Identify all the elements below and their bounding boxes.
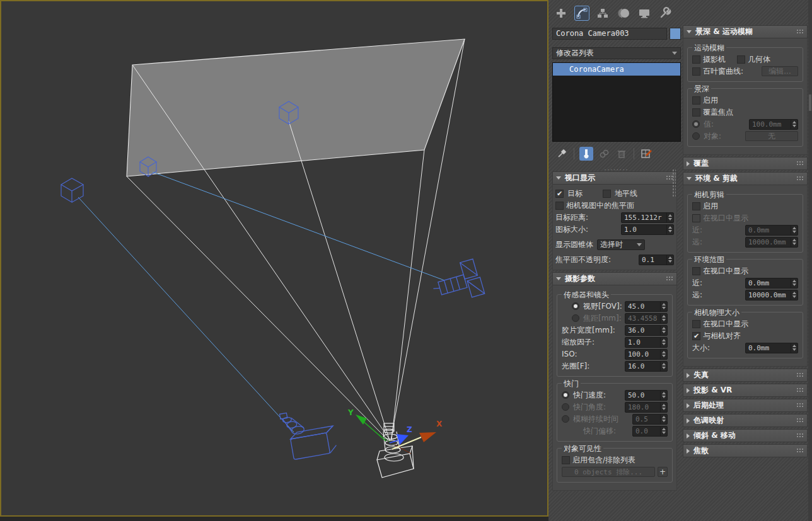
add-exclude-button[interactable]: + bbox=[658, 467, 668, 477]
target-distance-field[interactable]: 155.1212r bbox=[621, 212, 674, 223]
spinner[interactable] bbox=[791, 343, 798, 353]
fstop-field[interactable]: 16.0 bbox=[625, 361, 668, 372]
object-color-swatch[interactable] bbox=[670, 28, 681, 40]
physical-size-field[interactable]: 0.0mm bbox=[745, 343, 798, 353]
scrollbar-thumb[interactable] bbox=[809, 94, 811, 111]
show-end-result-button[interactable] bbox=[579, 147, 593, 161]
show-cone-dropdown[interactable]: 选择时 bbox=[597, 239, 645, 250]
checkbox-include-exclude[interactable] bbox=[562, 456, 570, 464]
checkbox-target[interactable]: ✔ bbox=[555, 190, 564, 198]
film-width-field[interactable]: 36.0 bbox=[625, 325, 668, 336]
rollout-header-post-processing[interactable]: 后期处理 bbox=[683, 399, 808, 412]
checkbox-clip-enable[interactable] bbox=[692, 202, 700, 210]
collapse-arrow-icon bbox=[687, 30, 692, 33]
radio-shutter-angle[interactable] bbox=[562, 403, 569, 411]
tab-utilities[interactable] bbox=[658, 6, 673, 21]
rollout-header-env-clipping[interactable]: 环境 & 剪裁 bbox=[683, 172, 808, 185]
stack-item-coronacamera[interactable]: CoronaCamera bbox=[553, 63, 680, 76]
spinner[interactable] bbox=[660, 326, 667, 335]
axis-label-y: Y bbox=[347, 408, 354, 417]
rollout-viewport-display: 视口显示 ✔ 目标 地平线 相机视图中的焦平面 目标距离: bbox=[552, 171, 677, 270]
modifier-list-dropdown[interactable]: 修改器列表 bbox=[552, 47, 681, 59]
spinner bbox=[660, 314, 667, 323]
camera-object[interactable] bbox=[429, 258, 485, 307]
group-shutter: 快门 快门速度: 50.0 快门角度: 180.0 bbox=[557, 383, 673, 442]
tab-modify[interactable] bbox=[574, 6, 589, 21]
left-column-scroll-indicator[interactable] bbox=[672, 169, 676, 198]
focus-object-button: 无 bbox=[745, 131, 798, 141]
pin-stack-button[interactable] bbox=[555, 147, 569, 161]
spinner[interactable] bbox=[666, 225, 673, 234]
checkbox-override-focus[interactable] bbox=[692, 108, 700, 117]
rollout-header-projection-vr[interactable]: 投影 & VR bbox=[683, 384, 808, 397]
spinner[interactable] bbox=[791, 278, 798, 288]
tab-create[interactable] bbox=[554, 6, 569, 21]
spinner[interactable] bbox=[666, 255, 673, 265]
focal-field: 43.4558 bbox=[625, 313, 668, 324]
checkbox-shutter-curve[interactable] bbox=[692, 67, 700, 76]
group-camera-physical-size: 相机物理大小 在视口中显示 ✔ 与相机对齐 大小: 0.0mm bbox=[687, 312, 803, 358]
rollout-header-viewport-display[interactable]: 视口显示 bbox=[552, 171, 677, 185]
radio-fov[interactable] bbox=[572, 302, 579, 310]
spinner bbox=[660, 403, 667, 412]
group-camera-clipping: 相机剪辑 启用 在视口中显示 近: 0.0mm bbox=[687, 194, 803, 253]
checkbox-focus-plane[interactable] bbox=[555, 202, 564, 210]
rollout-column-right: 景深 & 运动模糊 运动模糊 摄影机 几何体 百叶窗曲线: bbox=[683, 25, 808, 459]
viewport[interactable]: Y Z X bbox=[0, 0, 548, 517]
tab-motion[interactable] bbox=[616, 6, 631, 21]
drag-handle-icon bbox=[796, 161, 804, 166]
fov-field[interactable]: 45.0 bbox=[625, 301, 668, 312]
configure-modifier-sets-button[interactable] bbox=[639, 147, 653, 161]
spinner[interactable] bbox=[660, 362, 667, 371]
checkbox-horizon[interactable] bbox=[603, 190, 611, 198]
camera-object[interactable] bbox=[280, 405, 338, 461]
viewport-bottom-strip bbox=[0, 517, 548, 521]
spinner[interactable] bbox=[660, 338, 667, 347]
checkbox-align-camera[interactable]: ✔ bbox=[692, 332, 700, 340]
modifier-stack[interactable]: CoronaCamera bbox=[552, 62, 681, 142]
env-far-field[interactable]: 10000.0mm bbox=[745, 290, 798, 301]
checkbox-size-show-viewport[interactable] bbox=[692, 320, 700, 328]
panel-scrollbar[interactable] bbox=[808, 0, 812, 521]
exclude-list-button[interactable]: 0 objects 排除... bbox=[562, 467, 655, 477]
spinner[interactable] bbox=[666, 213, 673, 222]
drag-handle-icon bbox=[796, 433, 804, 438]
rollout-header-distortion[interactable]: 失真 bbox=[683, 369, 808, 382]
spinner[interactable] bbox=[660, 391, 667, 400]
checkbox-dof-enable[interactable] bbox=[692, 96, 700, 105]
rollout-override: 覆盖 bbox=[683, 157, 808, 170]
tab-display[interactable] bbox=[637, 6, 652, 21]
checkbox-mb-camera[interactable] bbox=[692, 55, 700, 64]
configure-sets-icon bbox=[641, 148, 652, 159]
checkbox-mb-geometry[interactable] bbox=[737, 55, 745, 64]
spinner[interactable] bbox=[660, 350, 667, 359]
stack-toolbar bbox=[552, 146, 681, 162]
radio-shutter-speed[interactable] bbox=[562, 391, 569, 399]
rollout-header-tone-mapping[interactable]: 色调映射 bbox=[683, 414, 808, 427]
rollout-header-dof-motion-blur[interactable]: 景深 & 运动模糊 bbox=[683, 25, 808, 38]
tab-hierarchy[interactable] bbox=[595, 6, 610, 21]
spinner[interactable] bbox=[660, 302, 667, 311]
zoom-factor-field[interactable]: 1.0 bbox=[625, 337, 668, 348]
icon-size-field[interactable]: 1.0 bbox=[621, 224, 674, 235]
radio-focal[interactable] bbox=[572, 314, 579, 322]
shutter-speed-field[interactable]: 50.0 bbox=[625, 390, 668, 401]
radio-blur-duration[interactable] bbox=[562, 415, 569, 423]
shutter-angle-field: 180.0 bbox=[625, 402, 668, 413]
rollout-header-tilt-shift[interactable]: 倾斜 & 移动 bbox=[683, 429, 808, 442]
group-object-visibility: 对象可见性 启用包含/排除列表 0 objects 排除... + bbox=[557, 448, 673, 483]
object-name-input[interactable]: Corona Camera003 bbox=[552, 28, 667, 40]
env-near-field[interactable]: 0.0mm bbox=[745, 278, 798, 289]
rollout-header-caustics[interactable]: 焦散 bbox=[683, 444, 808, 457]
panel-resize-handle[interactable]: ........ bbox=[586, 165, 647, 171]
spinner[interactable] bbox=[791, 290, 798, 300]
checkbox-env-show-viewport[interactable] bbox=[692, 267, 700, 275]
focus-opacity-field[interactable]: 0.1 bbox=[639, 255, 674, 265]
move-gizmo[interactable]: Y Z X bbox=[347, 408, 443, 449]
remove-modifier-button[interactable] bbox=[615, 147, 629, 161]
iso-field[interactable]: 100.0 bbox=[625, 349, 668, 360]
spinner bbox=[791, 238, 798, 247]
rollout-header-photo-params[interactable]: 摄影参数 bbox=[552, 272, 677, 285]
make-unique-button[interactable] bbox=[597, 147, 611, 161]
rollout-header-override[interactable]: 覆盖 bbox=[683, 157, 808, 170]
